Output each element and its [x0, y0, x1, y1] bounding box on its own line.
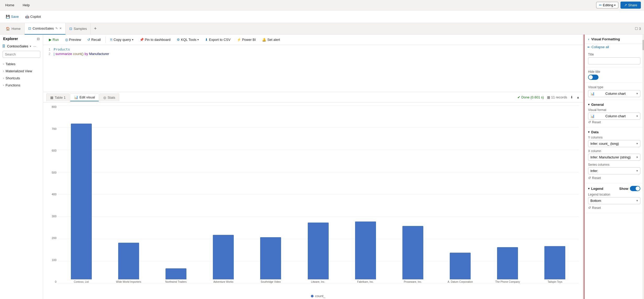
close-tab-icon[interactable]: ✎ [55, 27, 58, 30]
bar[interactable] [355, 222, 376, 279]
sidebar-item-functions[interactable]: › Functions [0, 82, 43, 89]
chevron-down-icon: ▾ [588, 130, 590, 134]
tab-table1[interactable]: ▦ Table 1 [46, 93, 70, 101]
close-icon[interactable]: ✕ [59, 27, 62, 30]
kql-icon: ⚙ [177, 38, 180, 42]
toolbar: 💾 Save 🤖 Copilot [0, 10, 644, 23]
sidebar-item-materialized-view[interactable]: › Materialized View [0, 68, 43, 75]
bar-label: Fabrikam, Inc. [357, 280, 374, 283]
collapse-all-button[interactable]: ⇤ Collapse all [584, 44, 644, 50]
bar-label: Northwind Traders [165, 280, 187, 283]
copy-query-button[interactable]: ⎘ Copy query ▾ [108, 36, 136, 43]
legend-show-label: Show [619, 187, 628, 191]
bar[interactable] [213, 235, 234, 279]
panel-scrollbar[interactable] [642, 35, 644, 299]
bar[interactable] [402, 226, 423, 279]
share-button[interactable]: ↗ Share [620, 2, 641, 9]
pencil-icon: ✏ [599, 3, 602, 7]
x-column-label: X column [588, 149, 640, 153]
tab-samples[interactable]: ⊡ Samples [66, 23, 91, 35]
bar[interactable] [118, 243, 139, 279]
bar-group: Fabrikam, Inc. [342, 105, 389, 283]
menu-help[interactable]: Help [21, 2, 32, 8]
bar[interactable] [497, 247, 518, 279]
general-section: ▾ General Visual format 📊 Column chart ▾… [584, 100, 644, 128]
export-csv-button[interactable]: ⬇ Export to CSV [202, 36, 233, 43]
home-icon: 🏠 [6, 27, 10, 31]
menu-home[interactable]: Home [3, 2, 16, 8]
hide-title-label: Hide title [588, 70, 640, 74]
general-section-title[interactable]: ▾ General [588, 103, 640, 107]
y-columns-select[interactable]: Infer: count_ (long) ▾ [588, 140, 640, 147]
tab-contososales[interactable]: ⊡ ContosoSales ✎ ✕ [25, 23, 66, 35]
status-done: ✔ Done (0.601 s) [517, 95, 544, 99]
sidebar-item-tables[interactable]: › Tables [0, 60, 43, 68]
table-icon: ▦ [50, 96, 53, 99]
bar-group: A. Datum Corporation [437, 105, 484, 283]
tab-edit-visual[interactable]: 📊 Edit visual [70, 93, 99, 101]
alert-icon: 🔔 [262, 38, 266, 42]
hide-title-toggle[interactable] [588, 75, 599, 80]
general-reset-button[interactable]: ↺ Reset [588, 120, 601, 125]
reset-icon: ↺ [588, 176, 591, 180]
sidebar-database[interactable]: 🗄 ContosoSales ▾ ··· [0, 43, 43, 49]
download-icon[interactable]: ⬇ [570, 95, 573, 99]
collapse-icon[interactable]: ▲ [576, 95, 580, 99]
code-editor[interactable]: 1 Products 2 | summarize count() by Manu… [43, 45, 583, 92]
data-reset-button[interactable]: ↺ Reset [588, 175, 601, 180]
sidebar-toggle-icon[interactable]: ⊟ [37, 37, 40, 41]
reset-icon: ↺ [588, 206, 591, 210]
bar[interactable] [544, 246, 565, 280]
save-button[interactable]: 💾 Save [3, 13, 21, 20]
run-button[interactable]: ▶ Run [46, 36, 61, 43]
visual-type-section: Visual type 📊 Column chart ▾ [584, 83, 644, 100]
toggle-knob [636, 186, 640, 191]
title-input[interactable] [588, 57, 640, 64]
editing-button[interactable]: ✏ Editing ▾ [596, 2, 619, 8]
tab-home[interactable]: 🏠 Home [2, 23, 25, 35]
results-area: ▦ Table 1 📊 Edit visual ◎ Stats ✔ [43, 92, 583, 299]
bar[interactable] [260, 237, 281, 280]
bar[interactable] [450, 253, 471, 279]
search-input[interactable] [3, 51, 40, 58]
series-columns-select[interactable]: Infer: ▾ [588, 167, 640, 174]
bar[interactable] [166, 268, 186, 280]
code-line-1: 1 Products [43, 47, 583, 52]
preview-button[interactable]: ◎ Preview [62, 36, 84, 43]
bars-container: Contoso, LtdWide World ImportersNorthwin… [58, 105, 579, 283]
sidebar-item-shortcuts[interactable]: › Shortcuts [0, 75, 43, 82]
chevron-right-icon: › [3, 70, 4, 73]
kql-tools-button[interactable]: ⚙ KQL Tools ▾ [174, 36, 201, 43]
pin-to-dashboard-button[interactable]: 📌 Pin to dashboard [137, 36, 173, 43]
count-icon: ☐ [635, 27, 638, 31]
chart-icon: 📊 [74, 95, 78, 99]
x-column-select[interactable]: Infer: Manufacturer (string) ▾ [588, 154, 640, 161]
copilot-button[interactable]: 🤖 Copilot [22, 13, 43, 20]
tab-stats[interactable]: ◎ Stats [99, 93, 119, 101]
explorer-title: Explorer [3, 37, 18, 41]
more-icon[interactable]: ··· [33, 44, 36, 48]
recall-button[interactable]: ↺ Recall [85, 36, 103, 43]
y-columns-label: Y columns [588, 136, 640, 139]
chart-icon: 📊 [590, 114, 595, 118]
check-icon: ✔ [517, 95, 520, 99]
legend-location-select[interactable]: Bottom ▾ [588, 197, 640, 204]
chevron-down-icon: ▾ [636, 156, 638, 159]
visual-format-select[interactable]: 📊 Column chart ▾ [588, 113, 640, 120]
legend-show-toggle[interactable] [630, 186, 640, 191]
legend-reset-button[interactable]: ↺ Reset [588, 205, 601, 210]
data-section-title[interactable]: ▾ Data [588, 130, 640, 134]
power-bi-button[interactable]: ⚡ Power BI [234, 36, 259, 43]
set-alert-button[interactable]: 🔔 Set alert [259, 36, 282, 43]
scrollbar-thumb[interactable] [642, 40, 644, 50]
run-icon: ▶ [49, 38, 52, 42]
bar[interactable] [308, 223, 329, 279]
add-tab-button[interactable]: + [91, 26, 100, 31]
visual-type-select[interactable]: 📊 Column chart ▾ [588, 90, 640, 97]
title-label: Title [588, 53, 640, 56]
bar[interactable] [71, 124, 92, 279]
data-section: ▾ Data Y columns Infer: count_ (long) ▾ … [584, 128, 644, 183]
grid-icon: ▦ [547, 95, 550, 99]
pin-icon: 📌 [140, 38, 144, 42]
chart-type-icon: 📊 [590, 92, 595, 96]
